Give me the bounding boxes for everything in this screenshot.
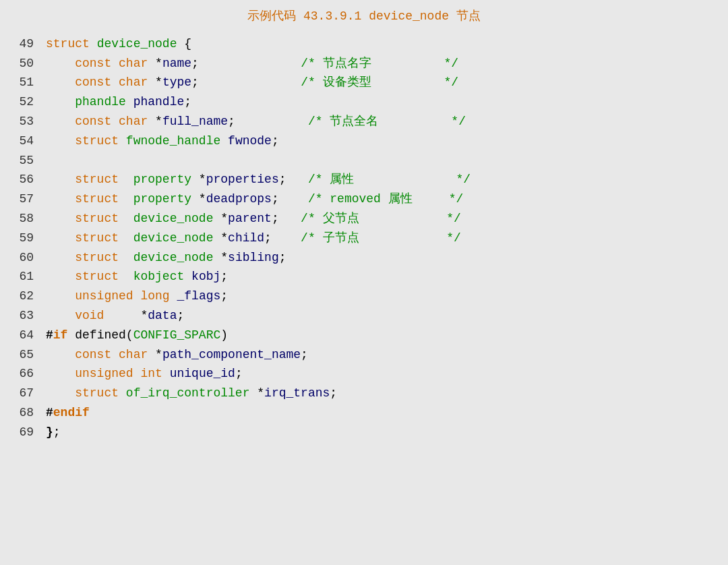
line-num-63: 63 <box>13 306 34 326</box>
line-num-56: 56 <box>13 170 34 189</box>
code-line-60: 60 struct device_node *sibling; <box>13 248 715 268</box>
code-line-55: 55 <box>13 151 715 171</box>
code-line-54: 54 struct fwnode_handle fwnode; <box>13 131 715 151</box>
code-line-50: 50 const char *name; /* 节点名字 */ <box>13 54 715 73</box>
code-line-64: 64 #if defined(CONFIG_SPARC) <box>13 326 715 345</box>
code-line-51: 51 const char *type; /* 设备类型 */ <box>13 73 715 92</box>
code-line-66: 66 unsigned int unique_id; <box>13 364 715 384</box>
code-line-68: 68 #endif <box>13 403 715 423</box>
code-line-49: 49 struct device_node { <box>13 34 715 54</box>
line-num-57: 57 <box>13 189 34 209</box>
line-num-62: 62 <box>13 287 34 306</box>
line-num-50: 50 <box>13 54 34 73</box>
code-block: 49 struct device_node { 50 const char *n… <box>0 34 728 442</box>
line-num-49: 49 <box>13 34 34 54</box>
code-line-69: 69 }; <box>13 423 715 442</box>
code-line-56: 56 struct property *properties; /* 属性 */ <box>13 170 715 189</box>
code-line-53: 53 const char *full_name; /* 节点全名 */ <box>13 112 715 131</box>
line-num-68: 68 <box>13 403 34 423</box>
code-line-58: 58 struct device_node *parent; /* 父节点 */ <box>13 209 715 229</box>
code-line-52: 52 phandle phandle; <box>13 92 715 112</box>
line-num-69: 69 <box>13 423 34 442</box>
code-container: 示例代码 43.3.9.1 device_node 节点 49 struct d… <box>0 0 728 565</box>
line-num-54: 54 <box>13 131 34 151</box>
line-num-58: 58 <box>13 209 34 229</box>
line-num-53: 53 <box>13 112 34 131</box>
code-line-61: 61 struct kobject kobj; <box>13 267 715 287</box>
line-num-59: 59 <box>13 229 34 248</box>
line-num-60: 60 <box>13 248 34 268</box>
line-num-64: 64 <box>13 326 34 345</box>
code-line-67: 67 struct of_irq_controller *irq_trans; <box>13 384 715 403</box>
code-line-62: 62 unsigned long _flags; <box>13 287 715 306</box>
code-title: 示例代码 43.3.9.1 device_node 节点 <box>0 7 728 26</box>
code-line-57: 57 struct property *deadprops; /* remove… <box>13 189 715 209</box>
line-num-67: 67 <box>13 384 34 403</box>
line-num-61: 61 <box>13 267 34 287</box>
line-num-51: 51 <box>13 73 34 92</box>
code-line-65: 65 const char *path_component_name; <box>13 345 715 365</box>
line-num-66: 66 <box>13 364 34 384</box>
line-num-55: 55 <box>13 151 34 171</box>
line-num-52: 52 <box>13 92 34 112</box>
code-line-63: 63 void *data; <box>13 306 715 326</box>
code-line-59: 59 struct device_node *child; /* 子节点 */ <box>13 229 715 248</box>
line-num-65: 65 <box>13 345 34 365</box>
